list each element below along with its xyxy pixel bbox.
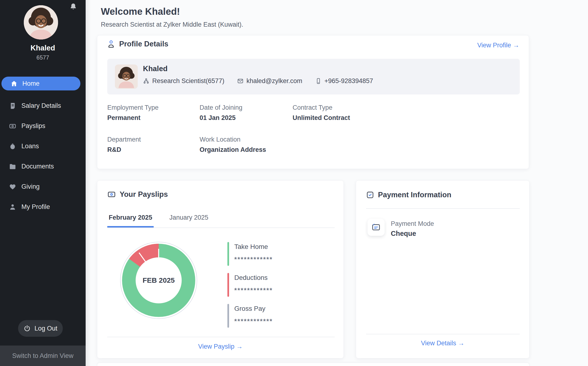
profile-card-title: Profile Details	[119, 40, 168, 48]
notifications-bell-icon[interactable]	[69, 3, 77, 10]
person-outline-icon	[107, 40, 115, 48]
sidebar-item-home[interactable]: Home	[1, 77, 80, 91]
legend-deductions: Deductions ************	[227, 273, 273, 297]
mobile-phone-icon	[315, 78, 322, 84]
divider	[366, 208, 520, 209]
email: khaled@zylker.com	[237, 77, 302, 85]
sidebar-item-giving[interactable]: Giving	[0, 176, 86, 197]
sidebar-avatar	[24, 5, 58, 39]
legend-bar-take-home	[227, 242, 229, 266]
tab-january-2025[interactable]: January 2025	[168, 214, 210, 228]
view-profile-link[interactable]: View Profile →	[477, 42, 519, 49]
logout-label: Log Out	[35, 325, 57, 332]
field-date-of-joining: Date of Joining 01 Jan 2025	[200, 104, 242, 122]
profile-phone: +965-928394857	[324, 77, 373, 85]
switch-to-admin-view[interactable]: Switch to Admin View	[0, 345, 86, 366]
legend-bar-gross-pay	[227, 304, 229, 328]
sidebar-user-name: Khaled	[0, 44, 86, 52]
profile-details-card: Profile Details View Profile → Khaled	[97, 35, 529, 169]
my-profile-icon	[9, 204, 16, 211]
sidebar: Khaled 6577 Home Salary Details Payslips…	[0, 0, 86, 366]
legend-take-home: Take Home ************	[227, 242, 273, 266]
sidebar-item-label: Home	[22, 80, 39, 87]
payslip-donut-chart: FEB 2025	[120, 242, 197, 319]
legend-bar-deductions	[227, 273, 229, 297]
donut-center-label: FEB 2025	[120, 242, 197, 319]
payslips-card: Your Payslips February 2025 January 2025…	[97, 180, 344, 358]
payment-mode-label: Payment Mode	[391, 220, 434, 228]
legend-gross-pay: Gross Pay ************	[227, 304, 273, 328]
page-title: Welcome Khaled!	[101, 6, 180, 17]
payslip-legend: Take Home ************ Deductions ******…	[227, 242, 273, 335]
logout-button[interactable]: Log Out	[18, 320, 63, 337]
mail-icon	[237, 78, 244, 84]
documents-icon	[9, 163, 16, 170]
profile-summary-box: Khaled Research Scientist(6577) khaled@z…	[107, 59, 520, 94]
view-payslip-link[interactable]: View Payslip →	[97, 343, 343, 350]
payslip-month-tabs: February 2025 January 2025	[107, 214, 335, 228]
profile-avatar	[115, 64, 138, 89]
field-department: Department R&D	[107, 136, 141, 153]
employee-portal: Khaled 6577 Home Salary Details Payslips…	[0, 0, 588, 366]
home-icon	[10, 80, 18, 87]
payment-information-card: Payment Information Payment Mode Cheque …	[356, 180, 529, 358]
sidebar-item-loans[interactable]: Loans	[0, 136, 86, 156]
cheque-icon-tile	[367, 219, 385, 236]
designation: Research Scientist(6577)	[143, 77, 224, 85]
payslips-header-icon	[107, 190, 116, 199]
profile-email: khaled@zylker.com	[246, 77, 302, 85]
profile-designation: Research Scientist(6577)	[152, 77, 224, 85]
cheque-icon	[371, 222, 381, 232]
page-subtitle: Research Scientist at Zylker Middle East…	[101, 21, 243, 28]
sidebar-employee-id: 6577	[0, 54, 86, 61]
payment-mode-value: Cheque	[391, 230, 416, 237]
giving-heart-icon	[9, 183, 16, 190]
tab-february-2025[interactable]: February 2025	[107, 214, 154, 228]
divider	[366, 334, 520, 334]
profile-summary-name: Khaled	[143, 64, 167, 73]
field-work-location: Work Location Organization Address	[200, 136, 266, 153]
field-contract-type: Contract Type Unlimited Contract	[293, 104, 350, 122]
field-employment-type: Employment Type Permanent	[107, 104, 159, 122]
sidebar-item-payslips[interactable]: Payslips	[0, 116, 86, 136]
sidebar-item-salary-details[interactable]: Salary Details	[0, 96, 86, 116]
payslips-icon	[9, 122, 16, 130]
payment-card-title: Payment Information	[378, 191, 451, 199]
sidebar-shadow	[86, 0, 91, 366]
sidebar-item-my-profile[interactable]: My Profile	[0, 197, 86, 217]
loans-icon	[9, 143, 16, 150]
payment-header-icon	[366, 191, 374, 199]
power-icon	[23, 325, 31, 332]
salary-details-icon	[9, 102, 16, 109]
payslips-card-title: Your Payslips	[120, 190, 168, 199]
designation-icon	[143, 78, 149, 84]
divider	[107, 337, 335, 337]
sidebar-item-documents[interactable]: Documents	[0, 156, 86, 176]
view-details-link[interactable]: View Details →	[356, 340, 529, 347]
profile-summary-contacts: Research Scientist(6577) khaled@zylker.c…	[143, 77, 383, 85]
phone: +965-928394857	[315, 77, 373, 85]
next-card-preview	[97, 363, 529, 366]
sidebar-nav: Salary Details Payslips Loans Documents …	[0, 96, 86, 217]
